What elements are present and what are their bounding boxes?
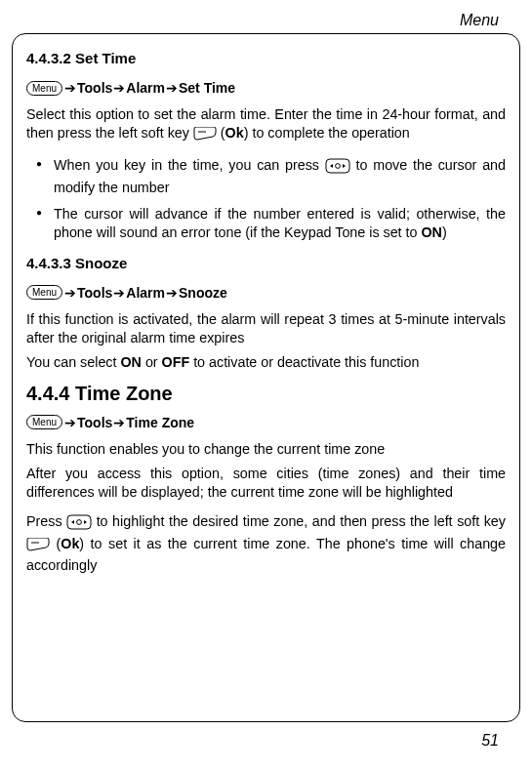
menu-key-icon: Menu: [26, 81, 62, 96]
arrow-icon: ➔: [63, 285, 77, 301]
nav-segment: Alarm: [126, 285, 165, 301]
heading-time-zone: 4.4.4 Time Zone: [26, 383, 506, 405]
arrow-icon: ➔: [112, 285, 126, 301]
nav-set-time: Menu ➔ Tools ➔ Alarm ➔ Set Time: [26, 80, 506, 96]
ok-label: Ok: [61, 536, 79, 551]
arrow-icon: ➔: [165, 285, 179, 301]
nav-segment: Tools: [77, 415, 112, 430]
paragraph: Select this option to set the alarm time…: [26, 105, 506, 146]
arrow-icon: ➔: [112, 415, 126, 430]
paragraph: This function enables you to change the …: [26, 440, 506, 459]
paragraph: You can select ON or OFF to activate or …: [26, 353, 506, 372]
paragraph: If this function is activated, the alarm…: [26, 310, 506, 348]
text: ) to set it as the current time zone. Th…: [26, 536, 506, 573]
arrow-icon: ➔: [112, 80, 126, 96]
svg-point-2: [335, 163, 340, 168]
svg-rect-1: [326, 159, 349, 173]
text: When you key in the time, you can press: [54, 157, 325, 173]
running-header: Menu: [12, 12, 520, 33]
text: ) to complete the operation: [244, 125, 410, 141]
on-label: ON: [120, 354, 141, 370]
navigation-key-icon: [66, 514, 92, 535]
text: You can select: [26, 354, 120, 370]
arrow-icon: ➔: [63, 80, 77, 96]
nav-segment: Alarm: [126, 80, 165, 96]
list-item: The cursor will advance if the number en…: [36, 205, 506, 243]
list-item: When you key in the time, you can press …: [36, 156, 506, 198]
page: Menu 4.4.3.2 Set Time Menu ➔ Tools ➔ Ala…: [0, 0, 532, 771]
navigation-key-icon: [325, 158, 350, 179]
text: to highlight the desired time zone, and …: [97, 513, 506, 529]
heading-snooze: 4.4.3.3 Snooze: [26, 255, 506, 271]
paragraph: Press to highlight the desired time zone…: [26, 512, 506, 576]
nav-segment: Time Zone: [126, 415, 194, 430]
off-label: OFF: [162, 354, 190, 370]
menu-key-icon: Menu: [26, 415, 62, 429]
text: ): [442, 224, 447, 240]
nav-time-zone: Menu ➔ Tools ➔ Time Zone: [26, 415, 506, 430]
nav-segment: Tools: [77, 285, 112, 301]
nav-segment: Set Time: [179, 80, 235, 96]
page-number: 51: [12, 722, 520, 750]
arrow-icon: ➔: [63, 415, 77, 430]
ok-label: Ok: [225, 125, 244, 141]
left-softkey-icon: [193, 127, 217, 145]
bullet-list: When you key in the time, you can press …: [26, 156, 506, 243]
svg-point-4: [77, 519, 82, 524]
paragraph: After you access this option, some citie…: [26, 465, 506, 503]
nav-snooze: Menu ➔ Tools ➔ Alarm ➔ Snooze: [26, 285, 506, 301]
heading-set-time: 4.4.3.2 Set Time: [26, 50, 506, 66]
nav-segment: Snooze: [179, 285, 227, 301]
text: Press: [26, 513, 66, 529]
text: or: [142, 354, 162, 370]
on-label: ON: [421, 224, 441, 240]
menu-key-icon: Menu: [26, 285, 62, 300]
nav-segment: Tools: [77, 80, 112, 96]
svg-rect-3: [67, 515, 91, 529]
content-frame: 4.4.3.2 Set Time Menu ➔ Tools ➔ Alarm ➔ …: [12, 33, 520, 722]
left-softkey-icon: [26, 538, 50, 556]
text: to activate or deactivate this function: [189, 354, 419, 370]
arrow-icon: ➔: [165, 80, 179, 96]
